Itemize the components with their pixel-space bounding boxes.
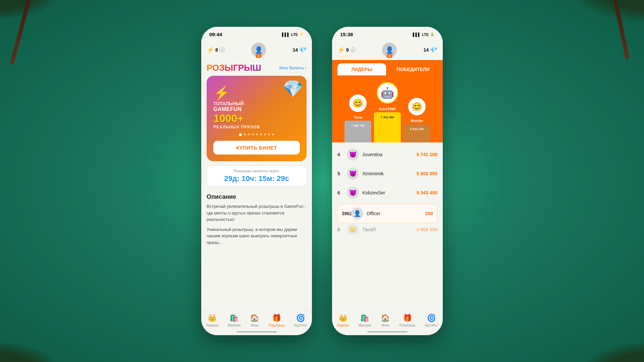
raffle-card: 💎 ⚡ ТОТАЛЬНЫЙ GAMEFUN 1000+ РЕАЛЬНЫХ ПРИ… <box>207 76 307 161</box>
nav-raffle-icon-phone1: 🎁 <box>272 314 281 322</box>
gems-badge-phone1: 14 💎 <box>292 46 307 54</box>
nav-raffle-label-phone2: Розыгрыш <box>399 323 416 327</box>
time-phone1: 09:44 <box>209 32 222 37</box>
current-user-rank: 3962 <box>342 211 351 216</box>
nav-games-phone2[interactable]: 🏠 Игры <box>381 314 390 327</box>
leader-score-8: 4 909 350 <box>417 227 437 232</box>
raffle-prizes-label: РЕАЛЬНЫХ ПРИЗОВ <box>213 125 300 129</box>
home-indicator-phone2 <box>367 331 408 333</box>
current-user-avatar: 👤 <box>351 207 363 220</box>
lightning-icon-phone2: ⚡ <box>337 46 345 54</box>
description-text-1: Встречай увлекательный розыгрыш в GameFu… <box>207 203 307 223</box>
nav-games-label-phone2: Игры <box>381 323 389 327</box>
nav-leaders-phone1[interactable]: 👑 Лидеры <box>206 314 218 327</box>
signal-icon-phone2: ▌▌▌ <box>413 33 421 37</box>
nav-spin-label-phone1: Крутить! <box>294 323 307 327</box>
leader-avatar-4: 😈 <box>347 148 359 161</box>
leader-name-8: ТаняП <box>362 227 417 232</box>
nav-shop-icon-phone1: 🛍️ <box>229 314 238 322</box>
podium-player-1st: 🤖 Kent1990 7 341 050 <box>374 82 401 142</box>
tab-winners[interactable]: ПОБЕДИТЕЛИ <box>389 63 437 75</box>
podium-name-2nd: Yana <box>354 115 362 119</box>
current-user-name: Officer <box>367 211 425 216</box>
energy-value-phone2: 9 <box>346 47 349 53</box>
leader-row-5: 5 😈 Ximimimik 5 502 050 <box>337 164 437 183</box>
lightning-icon-phone1: ⚡ <box>207 46 214 54</box>
tabs-row: ЛИДЕРЫ ПОБЕДИТЕЛИ <box>337 63 437 75</box>
podium-score-2nd: 7 096 700 <box>351 123 365 128</box>
podium-player-3rd: 😊 Murder 5 812 100 <box>404 98 430 142</box>
description-title: Описание <box>207 193 307 200</box>
carousel-dots <box>213 133 300 136</box>
gems-value-phone1: 14 <box>292 47 298 53</box>
nav-raffle-icon-phone2: 🎁 <box>403 314 412 322</box>
energy-plus-phone2[interactable]: + <box>350 47 356 53</box>
nav-spin-label-phone2: Крутить! <box>425 323 438 327</box>
nav-leaders-label-phone1: Лидеры <box>206 323 218 327</box>
battery-icon-phone1: ⚡ <box>299 32 304 37</box>
nav-games-phone1[interactable]: 🏠 Игры <box>250 314 259 327</box>
description-section: Описание Встречай увлекательный розыгрыш… <box>201 191 312 252</box>
leader-rank-5: 5 <box>337 171 347 176</box>
leader-avatar-6: 😈 <box>347 187 359 199</box>
leaders-header: ЛИДЕРЫ ПОБЕДИТЕЛИ <box>332 60 443 75</box>
avatar-container-phone2[interactable]: 👤 0 <box>382 43 397 57</box>
leader-name-4: Juventina <box>362 152 417 157</box>
avatar-container-phone1[interactable]: 👤 0 <box>251 43 266 57</box>
podium-emoji-1st: 🤖 <box>381 86 394 99</box>
status-icons-phone2: ▌▌▌ LTE 🔋 <box>413 32 435 37</box>
nav-leaders-phone2[interactable]: 👑 Лидеры <box>337 314 349 327</box>
status-bar-phone1: 09:44 ▌▌▌ LTE ⚡ <box>201 27 312 40</box>
raffle-subtitle: ТОТАЛЬНЫЙ <box>213 101 300 106</box>
nav-raffle-phone1[interactable]: 🎁 Розыгрыш <box>269 314 285 327</box>
nav-shop-label-phone2: Магазин <box>359 323 372 327</box>
gems-value-phone2: 14 <box>423 47 429 53</box>
home-indicator-phone1 <box>236 331 277 333</box>
timer-label: Розыгрыш начнется через: <box>212 169 301 173</box>
phones-container: 09:44 ▌▌▌ LTE ⚡ ⚡ 8 + 👤 0 14 💎 <box>201 27 443 335</box>
raffle-amount: 1000+ <box>213 112 300 125</box>
network-type-phone1: LTE <box>291 33 298 37</box>
avatar-badge-phone1: 0 <box>256 54 262 58</box>
section-header-phone1: РОЗЫГРЫШ Мои билеты › <box>201 60 312 76</box>
nav-spin-phone1[interactable]: 🌀 Крутить! <box>294 314 307 327</box>
avatar-badge-phone2: 0 <box>386 54 392 58</box>
leader-avatar-8: 😊 <box>347 225 359 235</box>
podium-emoji-2nd: 😊 <box>353 98 363 109</box>
dot-5 <box>256 133 258 135</box>
leaders-list: 4 😈 Juventina 5 741 100 5 😈 Ximimimik 5 … <box>332 142 443 237</box>
dot-4 <box>252 133 254 135</box>
leader-score-5: 5 502 050 <box>417 171 437 176</box>
status-bar-phone2: 15:38 ▌▌▌ LTE 🔋 <box>332 27 443 40</box>
gem-icon-phone1: 💎 <box>299 46 307 54</box>
leader-row-4: 4 😈 Juventina 5 741 100 <box>337 145 437 164</box>
energy-plus-phone1[interactable]: + <box>219 47 225 53</box>
leader-name-6: KobzevSer <box>362 190 417 195</box>
nav-raffle-label-phone1: Розыгрыш <box>269 323 285 327</box>
podium-bar-2nd: 7 096 700 <box>344 121 371 142</box>
description-text-2: Уникальный розыгрыш, в котором мы дарим … <box>207 226 307 246</box>
buy-ticket-button[interactable]: КУПИТЬ БИЛЕТ <box>213 141 300 155</box>
battery-icon-phone2: 🔋 <box>430 32 435 37</box>
nav-shop-phone2[interactable]: 🛍️ Магазин <box>359 314 372 327</box>
nav-raffle-phone2[interactable]: 🎁 Розыгрыш <box>399 314 416 327</box>
nav-shop-label-phone1: Магазин <box>228 323 241 327</box>
section-title-phone1: РОЗЫГРЫШ <box>207 63 261 73</box>
podium-score-1st: 7 341 050 <box>380 115 395 120</box>
nav-spin-phone2[interactable]: 🌀 Крутить! <box>425 314 438 327</box>
nav-leaders-icon-phone1: 👑 <box>208 314 217 322</box>
tab-leaders[interactable]: ЛИДЕРЫ <box>337 63 386 75</box>
top-bar-phone2: ⚡ 9 + 👤 0 14 💎 <box>332 40 443 60</box>
my-tickets-link[interactable]: Мои билеты › <box>279 65 307 70</box>
leader-row-6: 6 😈 KobzevSer 5 343 450 <box>337 183 437 202</box>
leader-rank-8: 8 <box>337 227 347 232</box>
podium-name-3rd: Murder <box>411 119 423 123</box>
nav-games-icon-phone2: 🏠 <box>381 314 390 322</box>
leader-name-5: Ximimimik <box>362 171 417 176</box>
podium-bar-1st: 7 341 050 <box>374 112 401 142</box>
gems-badge-phone2: 14 💎 <box>423 46 437 54</box>
nav-shop-phone1[interactable]: 🛍️ Магазин <box>228 314 241 327</box>
timer-box: Розыгрыш начнется через: 29д: 10ч: 15м: … <box>207 165 307 187</box>
dot-8 <box>268 133 270 135</box>
podium-avatar-3rd: 😊 <box>408 98 426 115</box>
